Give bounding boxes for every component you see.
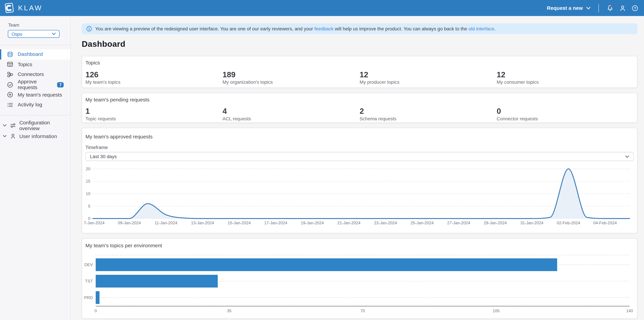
svg-text:13-Jan-2024: 13-Jan-2024 bbox=[191, 220, 214, 225]
klaw-logo-icon bbox=[4, 2, 14, 14]
brand-name: KLAW bbox=[18, 4, 42, 12]
team-label: Team bbox=[8, 22, 70, 28]
card-title: My team's approved requests bbox=[86, 134, 634, 140]
pending-approvals-badge: 7 bbox=[57, 82, 64, 88]
klaw-logo[interactable]: KLAW bbox=[4, 2, 42, 14]
svg-text:19-Jan-2024: 19-Jan-2024 bbox=[301, 220, 324, 225]
stat-label: ACL requests bbox=[222, 116, 360, 121]
stat-my-producer-topics: 12 My producer topics bbox=[360, 70, 497, 84]
sidebar-item-label: Topics bbox=[18, 62, 32, 67]
svg-text:25-Jan-2024: 25-Jan-2024 bbox=[410, 220, 434, 225]
svg-text:0: 0 bbox=[94, 308, 97, 313]
sidebar-item-my-teams-requests[interactable]: My team's requests bbox=[0, 90, 70, 100]
sliders-icon bbox=[10, 122, 16, 128]
sidebar-item-label: Dashboard bbox=[18, 52, 43, 57]
stat-label: Topic requests bbox=[86, 116, 222, 121]
sidebar-group-user-information[interactable]: User information bbox=[0, 131, 70, 142]
stat-value: 12 bbox=[497, 70, 634, 79]
timeframe-select[interactable]: Last 30 days bbox=[86, 152, 634, 161]
help-icon: ? bbox=[632, 6, 638, 11]
profile-button[interactable] bbox=[619, 5, 626, 11]
list-icon bbox=[7, 102, 13, 108]
help-button[interactable]: ? bbox=[632, 5, 638, 11]
request-a-new-button[interactable]: Request a new bbox=[547, 5, 590, 11]
timeframe-label: Timeframe bbox=[86, 145, 634, 150]
svg-text:35: 35 bbox=[227, 308, 231, 313]
request-a-new-label: Request a new bbox=[547, 5, 583, 11]
sidebar-item-label: Activity log bbox=[18, 102, 42, 108]
chevron-down-icon bbox=[625, 155, 629, 158]
card-title: My team's pending requests bbox=[86, 97, 634, 102]
svg-text:DEV: DEV bbox=[84, 262, 93, 267]
stat-topic-requests: 1 Topic requests bbox=[86, 107, 222, 121]
banner-text-part: You are viewing a preview of the redesig… bbox=[95, 26, 314, 31]
svg-text:09-Jan-2024: 09-Jan-2024 bbox=[118, 220, 141, 225]
svg-text:11-Jan-2024: 11-Jan-2024 bbox=[154, 220, 177, 225]
card-title: My team's topics per environment bbox=[86, 243, 634, 248]
approved-requests-card: My team's approved requests Timeframe La… bbox=[82, 128, 638, 233]
svg-text:27-Jan-2024: 27-Jan-2024 bbox=[447, 220, 470, 225]
preview-info-banner: You are viewing a preview of the redesig… bbox=[82, 24, 638, 34]
sidebar-item-activity-log[interactable]: Activity log bbox=[0, 100, 70, 110]
topbar-divider bbox=[598, 4, 599, 12]
banner-text-part: . bbox=[494, 26, 496, 31]
approved-requests-line-chart: 051015207-Jan-202409-Jan-202411-Jan-2024… bbox=[82, 164, 638, 227]
stat-my-consumer-topics: 12 My consumer topics bbox=[497, 70, 634, 84]
sidebar-group-label: Configuration overview bbox=[19, 120, 70, 131]
feedback-link[interactable]: feedback bbox=[314, 26, 334, 31]
svg-text:15-Jan-2024: 15-Jan-2024 bbox=[228, 220, 251, 225]
info-icon bbox=[86, 26, 92, 32]
app-window: KLAW Request a new bbox=[0, 0, 644, 320]
svg-text:20: 20 bbox=[86, 166, 90, 171]
main-content: You are viewing a preview of the redesig… bbox=[71, 16, 644, 320]
svg-text:23-Jan-2024: 23-Jan-2024 bbox=[374, 220, 397, 225]
stat-label: My organization's topics bbox=[222, 80, 360, 84]
stat-value: 126 bbox=[86, 70, 222, 79]
stat-value: 2 bbox=[360, 107, 497, 116]
notifications-button[interactable] bbox=[607, 4, 614, 12]
sidebar-item-dashboard[interactable]: Dashboard bbox=[0, 49, 70, 60]
sidebar-item-approve-requests[interactable]: Approve requests 7 bbox=[0, 80, 70, 90]
stat-connector-requests: 0 Connector requests bbox=[497, 107, 634, 121]
banner-text-part: will help us improve the product. You ca… bbox=[334, 26, 468, 31]
sidebar-item-label: My team's requests bbox=[18, 92, 62, 98]
svg-text:0: 0 bbox=[88, 216, 90, 221]
sidebar-divider bbox=[0, 45, 70, 45]
svg-text:02-Feb-2024: 02-Feb-2024 bbox=[557, 220, 580, 225]
svg-text:105: 105 bbox=[493, 308, 500, 313]
team-select[interactable]: Ospo bbox=[8, 30, 60, 38]
chevron-down-icon bbox=[3, 135, 6, 138]
topics-stats-card: Topics 126 My team's topics 189 My organ… bbox=[82, 56, 638, 88]
topics-per-environment-bar-chart: DEVTSTPRD03570105140 bbox=[82, 251, 638, 316]
person-icon bbox=[10, 133, 16, 140]
svg-text:TST: TST bbox=[85, 279, 93, 284]
topics-per-environment-card: My team's topics per environment DEVTSTP… bbox=[82, 238, 638, 319]
topic-icon bbox=[7, 62, 13, 68]
svg-text:5: 5 bbox=[88, 204, 90, 208]
stat-value: 12 bbox=[360, 70, 497, 79]
svg-text:140: 140 bbox=[626, 308, 633, 313]
stat-value: 1 bbox=[86, 107, 222, 116]
team-select-value: Ospo bbox=[12, 32, 22, 36]
chevron-down-icon bbox=[586, 6, 591, 10]
chevron-down-icon bbox=[3, 124, 6, 127]
sidebar-item-topics[interactable]: Topics bbox=[0, 60, 70, 70]
notification-dot bbox=[611, 5, 613, 7]
old-interface-link[interactable]: old interface bbox=[468, 26, 494, 31]
stat-value: 0 bbox=[497, 107, 634, 116]
sidebar-group-configuration-overview[interactable]: Configuration overview bbox=[0, 120, 70, 131]
svg-text:7-Jan-2024: 7-Jan-2024 bbox=[84, 220, 104, 225]
connector-icon bbox=[7, 72, 13, 78]
sidebar-item-connectors[interactable]: Connectors bbox=[0, 70, 70, 80]
sidebar-item-label: Connectors bbox=[18, 72, 44, 78]
svg-text:15: 15 bbox=[86, 179, 90, 184]
svg-text:10: 10 bbox=[86, 192, 90, 196]
stat-my-organizations-topics: 189 My organization's topics bbox=[222, 70, 360, 84]
stat-label: Connector requests bbox=[497, 116, 634, 121]
stat-schema-requests: 2 Schema requests bbox=[360, 107, 497, 121]
check-circle-icon bbox=[7, 82, 13, 88]
sidebar-item-label: Approve requests bbox=[18, 79, 53, 90]
svg-text:?: ? bbox=[634, 6, 636, 10]
svg-text:31-Jan-2024: 31-Jan-2024 bbox=[520, 220, 544, 225]
stat-label: Schema requests bbox=[360, 116, 497, 121]
